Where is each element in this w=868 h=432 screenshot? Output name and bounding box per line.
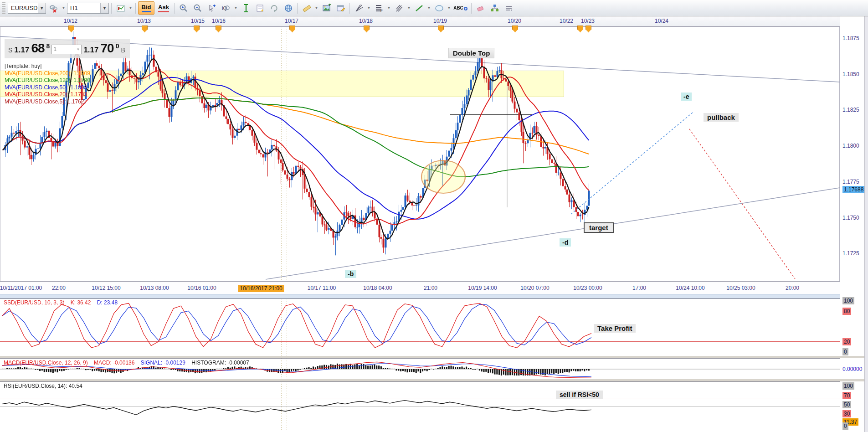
price-axis-badge: 80: [842, 308, 851, 315]
fibonacci-levels-button[interactable]: F: [372, 1, 385, 15]
crosshair-pointer-button[interactable]: [205, 1, 218, 15]
top-axis-date: 10/23: [581, 18, 595, 24]
timeframe-select[interactable]: H1 ▼: [67, 3, 109, 14]
top-axis-date: 10/18: [359, 18, 373, 24]
rsi-note-label[interactable]: sell if RSI<50: [556, 391, 603, 399]
bottom-axis-date: 10/20 07:00: [520, 285, 549, 291]
vertical-scrollbar[interactable]: [864, 16, 868, 432]
macd-signal-value: SIGNAL: -0.00129: [141, 360, 185, 366]
fibonacci-fan-button[interactable]: [352, 1, 365, 15]
unlink-caret[interactable]: ▼: [61, 2, 66, 14]
bottom-axis-date: 10/11/2017 01:00: [0, 285, 42, 291]
window-edit-button[interactable]: [334, 1, 347, 15]
price-axis[interactable]: 1.18751.18501.18251.18001.17751.17501.17…: [840, 16, 868, 432]
wave-b-label[interactable]: -b: [345, 270, 356, 278]
bottom-axis-date-highlighted: 10/16/2017 21:00: [238, 285, 284, 292]
buy-side-label: B: [121, 46, 125, 54]
ellipse-caret[interactable]: ▼: [447, 2, 452, 14]
price-axis-label: 1.1825: [842, 107, 859, 113]
price-axis-badge: 100: [842, 297, 854, 304]
macd-panel-border: [0, 358, 840, 359]
chart-canvas[interactable]: [0, 0, 868, 432]
objects-tree-button[interactable]: [488, 1, 501, 15]
eraser-button[interactable]: [474, 1, 487, 15]
macd-histogram-value: HISTOGRAM: -0.00007: [191, 360, 249, 366]
ask-label: Ask: [158, 4, 169, 10]
bottom-date-axis[interactable]: 10/11/2017 01:0022:0010/12 15:0010/13 08…: [0, 282, 840, 294]
price-axis-label: 1.1850: [842, 71, 859, 77]
price-axis-label: 1.1775: [842, 179, 859, 185]
ssd-d-value: D: 23.48: [97, 299, 118, 306]
pullback-label[interactable]: pullback: [704, 113, 739, 122]
ellipse-tool-button[interactable]: [432, 1, 446, 15]
refresh-button[interactable]: [267, 1, 281, 15]
zoom-in-button[interactable]: [177, 1, 190, 15]
legend-mva-row: MVA(EUR/USD.Close,5): 1.1762: [5, 98, 90, 106]
top-axis-date: 10/16: [212, 18, 226, 24]
chart-type-button[interactable]: [114, 1, 127, 15]
pitchfork-button[interactable]: [392, 1, 406, 15]
macd-value: MACD: -0.00136: [94, 360, 134, 366]
toolbar-grip[interactable]: [2, 2, 5, 14]
indicator-legend: [Template: huy]MVA(EUR/USD.Close,200): 1…: [5, 63, 90, 105]
toolbar-menu-button[interactable]: [502, 1, 515, 15]
zoom-out-button[interactable]: [191, 1, 204, 15]
ruler-caret[interactable]: ▼: [314, 2, 319, 14]
price-axis-label: 1.1800: [842, 143, 859, 149]
wave-e-label[interactable]: -e: [681, 93, 692, 101]
magnify-region-button[interactable]: lQ: [219, 1, 232, 15]
abc-glyph: ABC: [453, 5, 463, 10]
chevron-down-icon[interactable]: ▼: [100, 3, 108, 13]
horizontal-scrollbar[interactable]: [0, 294, 840, 298]
top-axis-date: 10/22: [560, 18, 573, 24]
chevron-down-icon[interactable]: ▼: [38, 3, 46, 13]
bottom-axis-date: 10/18 04:00: [363, 285, 392, 291]
bottom-axis-date: 10/25 03:00: [726, 285, 755, 291]
price-axis-badge: 70: [842, 392, 851, 399]
fibonacci-levels-caret[interactable]: ▼: [386, 2, 391, 14]
chevron-down-icon[interactable]: ▼: [76, 47, 80, 51]
insert-image-button[interactable]: [320, 1, 333, 15]
fibonacci-fan-caret[interactable]: ▼: [366, 2, 371, 14]
double-top-label[interactable]: Double Top: [449, 48, 494, 58]
sell-price-pip: 8: [46, 42, 50, 50]
globe-button[interactable]: [282, 1, 295, 15]
symbol-select[interactable]: EUR/USD ▼: [8, 3, 46, 14]
quote-box: S 1.17 68 8 1 ▼ 1.17 70 0 B: [5, 39, 130, 58]
magnify-caret[interactable]: ▼: [233, 2, 238, 14]
timeframe-value: H1: [70, 5, 100, 11]
ssd-panel-border: [0, 298, 840, 299]
pitchfork-caret[interactable]: ▼: [406, 2, 411, 14]
unlink-symbol-button[interactable]: [47, 1, 60, 15]
symbol-value: EUR/USD: [11, 5, 38, 11]
lot-size-input[interactable]: 1 ▼: [51, 45, 82, 54]
top-axis-date: 10/15: [191, 18, 205, 24]
ruler-button[interactable]: [300, 1, 313, 15]
wave-d-label[interactable]: -d: [560, 238, 571, 247]
trendline-caret[interactable]: ▼: [426, 2, 431, 14]
bottom-axis-date: 20:00: [786, 285, 799, 291]
bottom-axis-date: 10/17 11:00: [308, 285, 336, 291]
take-profit-label[interactable]: Take Profit: [594, 324, 636, 333]
macd-title: MACD(EUR/USD.Close, 12, 26, 9): [4, 360, 88, 366]
price-axis-label: 1.1725: [842, 250, 859, 257]
vertical-measure-button[interactable]: [239, 1, 252, 15]
trendline-button[interactable]: [412, 1, 426, 15]
price-axis-badge: 0: [842, 422, 848, 430]
svg-text:F: F: [380, 9, 383, 13]
chart-type-caret[interactable]: ▼: [128, 2, 133, 14]
note-button[interactable]: [253, 1, 267, 15]
ask-button[interactable]: Ask: [155, 1, 172, 15]
price-axis-badge: 20: [842, 338, 851, 345]
price-axis-badge: 100: [842, 382, 854, 390]
legend-mva-row: MVA(EUR/USD.Close,20): 1.1783: [5, 91, 90, 98]
text-label-button[interactable]: ABC: [452, 1, 469, 15]
bottom-axis-date: 10/19 14:00: [468, 285, 497, 291]
rsi-panel-border: [0, 381, 840, 382]
target-label[interactable]: target: [584, 222, 614, 233]
bid-button[interactable]: Bid: [138, 1, 154, 15]
top-axis-date: 10/20: [508, 18, 521, 24]
bottom-axis-date: 10/23 00:00: [573, 285, 602, 291]
bottom-axis-date: 10/13 08:00: [140, 285, 169, 291]
rsi-title: RSI(EUR/USD.Close, 14): 40.54: [4, 383, 82, 389]
